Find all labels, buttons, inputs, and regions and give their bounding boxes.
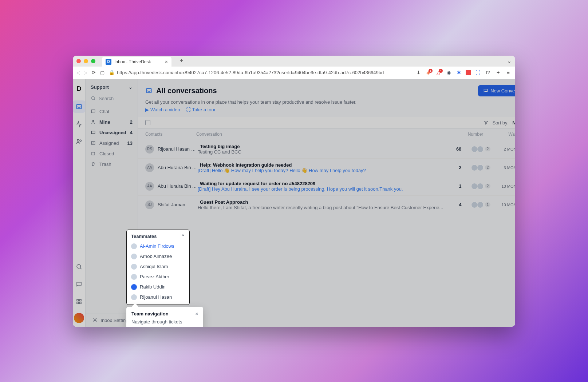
teammates-header[interactable]: Teammates ⌃ bbox=[127, 234, 189, 241]
brave-shield-icon[interactable]: ◈1 bbox=[425, 69, 431, 76]
close-tab-icon[interactable]: × bbox=[165, 59, 168, 65]
teammate-avatar bbox=[131, 254, 137, 259]
bookmark-icon[interactable]: ▢ bbox=[100, 70, 104, 75]
teammate-name: Parvez Akther bbox=[140, 274, 169, 279]
back-icon[interactable]: ◁ bbox=[76, 70, 80, 75]
extensions-puzzle-icon[interactable]: ✦ bbox=[495, 69, 501, 76]
teammate-avatar bbox=[131, 243, 137, 249]
teammate-name: Al-Amin Firdows bbox=[140, 243, 174, 249]
maximize-window-button[interactable] bbox=[91, 59, 95, 63]
ext-square-icon[interactable] bbox=[466, 70, 471, 75]
extension-icons: ◈1 △4 ◉ ✱ ⛶ f? ✦ ≡ bbox=[425, 69, 512, 76]
teammate-item[interactable]: Ashiqul Islam bbox=[127, 262, 189, 272]
teammate-avatar bbox=[131, 264, 137, 270]
reload-icon[interactable]: ⟳ bbox=[92, 70, 96, 75]
ext-triangle-icon[interactable]: △4 bbox=[435, 69, 442, 76]
teammate-item[interactable]: Arnob Almazee bbox=[127, 251, 189, 262]
teammate-avatar bbox=[131, 274, 137, 280]
teammate-item[interactable]: Al-Amin Firdows bbox=[127, 241, 189, 251]
titlebar: D Inbox - ThriveDesk × + ⌄ bbox=[73, 56, 515, 67]
forward-icon[interactable]: ▷ bbox=[84, 70, 87, 75]
tour-close-icon[interactable]: × bbox=[195, 311, 198, 317]
teammate-name: Ashiqul Islam bbox=[140, 264, 168, 269]
ext-circle-icon[interactable]: ◉ bbox=[445, 69, 452, 76]
url-field[interactable]: 🔒 https://app.thrivedesk.com/inbox/94027… bbox=[109, 70, 412, 75]
teammate-item[interactable]: Parvez Akther bbox=[127, 272, 189, 282]
ext-translate-icon[interactable]: ⛶ bbox=[474, 69, 481, 76]
minimize-window-button[interactable] bbox=[84, 59, 88, 63]
favicon-icon: D bbox=[106, 59, 111, 65]
browser-tab[interactable]: D Inbox - ThriveDesk × bbox=[102, 57, 171, 67]
new-tab-button[interactable]: + bbox=[177, 57, 186, 65]
tabs-menu-icon[interactable]: ⌄ bbox=[507, 57, 512, 64]
app-frame: D Support ⌄ Search ChatMine2Unassigned4A… bbox=[73, 79, 515, 327]
teammate-item[interactable]: Rakib Uddin bbox=[127, 282, 189, 292]
teammates-title: Teammates bbox=[131, 234, 157, 239]
close-window-button[interactable] bbox=[76, 59, 81, 63]
teammate-name: Arnob Almazee bbox=[140, 254, 172, 259]
nav-arrows: ◁ ▷ bbox=[76, 70, 87, 75]
tour-title: Team navigation bbox=[131, 311, 169, 317]
teammates-popover: Teammates ⌃ Al-Amin FirdowsArnob Almazee… bbox=[126, 230, 190, 305]
browser-menu-icon[interactable]: ≡ bbox=[505, 69, 512, 76]
browser-window: D Inbox - ThriveDesk × + ⌄ ◁ ▷ ⟳ ▢ 🔒 htt… bbox=[73, 56, 515, 327]
lock-icon: 🔒 bbox=[109, 70, 115, 75]
tour-body: Navigate through tickets assigned to tea… bbox=[126, 319, 203, 327]
teammate-name: Rakib Uddin bbox=[140, 284, 166, 290]
address-bar: ◁ ▷ ⟳ ▢ 🔒 https://app.thrivedesk.com/inb… bbox=[73, 67, 515, 79]
teammate-avatar bbox=[131, 284, 137, 290]
url-text: https://app.thrivedesk.com/inbox/94027ca… bbox=[117, 70, 384, 75]
teammate-name: Rijoanul Hasan bbox=[140, 294, 172, 300]
tour-tooltip: Team navigation × Navigate through ticke… bbox=[126, 307, 203, 327]
traffic-lights bbox=[76, 59, 95, 63]
chevron-up-icon: ⌃ bbox=[181, 234, 185, 239]
download-icon[interactable]: ⬇ bbox=[417, 70, 421, 75]
teammate-avatar bbox=[131, 294, 137, 300]
tab-title: Inbox - ThriveDesk bbox=[114, 59, 151, 64]
teammate-item[interactable]: Rijoanul Hasan bbox=[127, 292, 189, 302]
ext-snowflake-icon[interactable]: ✱ bbox=[455, 69, 462, 76]
ext-font-icon[interactable]: f? bbox=[485, 69, 491, 76]
